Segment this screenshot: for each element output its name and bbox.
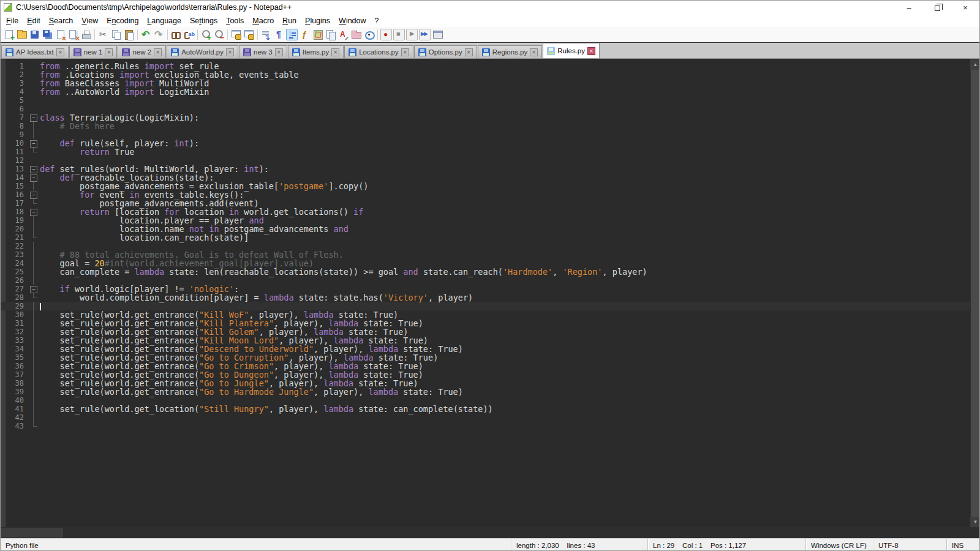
tab-close-icon[interactable]: × — [401, 48, 409, 56]
macro-save-icon[interactable] — [432, 29, 443, 40]
status-eol-format[interactable]: Windows (CR LF) — [805, 539, 873, 551]
tab-close-icon[interactable]: × — [226, 48, 234, 56]
paste-icon[interactable] — [123, 29, 135, 40]
status-encoding[interactable]: UTF-8 — [873, 539, 946, 551]
menu-item-[interactable]: ? — [371, 15, 383, 26]
fold-guide — [28, 362, 40, 370]
sync-horizontal-icon[interactable] — [243, 29, 255, 40]
close-button[interactable]: × — [951, 1, 979, 14]
zoom-out-icon[interactable] — [213, 29, 225, 40]
word-wrap-icon[interactable] — [260, 29, 272, 40]
fold-guide — [28, 216, 40, 225]
tab-close-icon[interactable]: × — [154, 48, 162, 56]
fold-collapse-icon[interactable] — [28, 173, 40, 182]
tab-options-py[interactable]: Options.py× — [414, 45, 477, 58]
fold-collapse-icon[interactable] — [28, 113, 40, 122]
indent-guide-icon[interactable] — [286, 29, 298, 40]
redo-icon[interactable] — [153, 29, 165, 40]
tab-close-icon[interactable]: × — [465, 48, 473, 56]
menu-item-macro[interactable]: Macro — [248, 15, 278, 26]
new-file-icon[interactable] — [3, 29, 15, 40]
function-completion-icon[interactable] — [337, 29, 349, 40]
vertical-scrollbar[interactable]: ▲ ▼ — [970, 59, 980, 527]
vertical-scroll-thumb[interactable] — [971, 70, 980, 517]
line-number: 12 — [1, 156, 28, 165]
tab-new-2[interactable]: new 2× — [118, 45, 166, 58]
macro-stop-icon[interactable] — [393, 29, 405, 40]
tab-items-py[interactable]: Items.py× — [288, 45, 344, 58]
menu-item-tools[interactable]: Tools — [222, 15, 248, 26]
menu-item-encoding[interactable]: Encoding — [102, 15, 143, 26]
document-list-icon[interactable] — [325, 29, 336, 40]
macro-play-icon[interactable] — [406, 29, 418, 40]
fold-guide — [28, 268, 40, 276]
close-all-icon[interactable] — [67, 29, 79, 40]
zoom-in-icon[interactable] — [200, 29, 212, 40]
tab-regions-py[interactable]: Regions.py× — [478, 45, 543, 58]
tab-new-1[interactable]: new 1× — [69, 45, 118, 58]
open-folder-icon[interactable] — [16, 29, 28, 40]
scroll-up-arrow[interactable]: ▲ — [970, 59, 980, 70]
fold-collapse-icon[interactable] — [28, 285, 40, 293]
line-number: 16 — [1, 190, 28, 199]
tab-close-icon[interactable]: × — [331, 48, 339, 56]
copy-icon[interactable] — [110, 29, 122, 40]
folder-as-workspace-icon[interactable] — [350, 29, 362, 40]
scroll-down-arrow[interactable]: ▼ — [970, 517, 980, 527]
menu-item-settings[interactable]: Settings — [186, 15, 222, 26]
unsaved-file-icon — [243, 48, 251, 56]
sync-vertical-icon[interactable] — [230, 29, 242, 40]
replace-icon[interactable] — [183, 29, 195, 40]
find-icon[interactable] — [170, 29, 182, 40]
menu-item-plugins[interactable]: Plugins — [301, 15, 334, 26]
tab-autoworld-py[interactable]: AutoWorld.py× — [167, 45, 238, 58]
code-text: can_complete = lambda state: len(reachab… — [40, 268, 647, 276]
status-insert-mode[interactable]: INS — [946, 539, 979, 551]
tab-close-icon[interactable]: × — [56, 48, 64, 56]
menu-item-file[interactable]: File — [2, 15, 23, 26]
save-icon[interactable] — [29, 29, 40, 40]
fold-collapse-icon[interactable] — [28, 165, 40, 173]
code-text: set_rule(world.get_entrance("Kill Golem"… — [40, 328, 409, 336]
fold-collapse-icon[interactable] — [28, 139, 40, 148]
print-icon[interactable] — [80, 29, 92, 40]
menu-item-search[interactable]: Search — [45, 15, 78, 26]
function-list-icon[interactable] — [299, 29, 311, 40]
tab-locations-py[interactable]: Locations.py× — [344, 45, 413, 58]
fold-collapse-icon[interactable] — [28, 190, 40, 199]
saved-file-icon — [171, 48, 179, 56]
tab-close-icon[interactable]: × — [530, 48, 538, 56]
code-line: 40 — [1, 396, 970, 405]
horizontal-scrollbar[interactable] — [1, 527, 970, 538]
menu-item-view[interactable]: View — [77, 15, 102, 26]
menu-item-edit[interactable]: Edit — [23, 15, 45, 26]
tab-label: new 3 — [254, 48, 273, 56]
menu-item-window[interactable]: Window — [334, 15, 370, 26]
tab-close-icon[interactable]: × — [105, 48, 113, 56]
minimize-button[interactable]: – — [895, 1, 923, 14]
code-line: 42 — [1, 413, 970, 422]
menu-item-run[interactable]: Run — [278, 15, 301, 26]
undo-icon[interactable] — [140, 29, 152, 40]
macro-run-multiple-icon[interactable] — [419, 29, 431, 40]
restore-button[interactable] — [923, 1, 951, 14]
code-editor[interactable]: 1from ..generic.Rules import set_rule2fr… — [1, 59, 980, 527]
tab-close-icon[interactable]: × — [275, 48, 283, 56]
code-line: 30 set_rule(world.get_entrance("Kill WoF… — [1, 310, 970, 319]
menu-item-language[interactable]: Language — [143, 15, 186, 26]
tab-close-icon[interactable]: × — [587, 47, 595, 55]
show-all-characters-icon[interactable] — [273, 29, 285, 40]
document-map-icon[interactable] — [312, 29, 323, 40]
close-doc-icon[interactable] — [55, 29, 66, 40]
cut-icon[interactable] — [97, 29, 109, 40]
monitor-icon[interactable] — [363, 29, 375, 40]
fold-collapse-icon[interactable] — [28, 208, 40, 216]
toolbar-separator — [137, 29, 138, 40]
macro-record-icon[interactable] — [380, 29, 392, 40]
tab-new-3[interactable]: new 3× — [239, 45, 287, 58]
horizontal-scroll-thumb[interactable] — [1, 528, 63, 538]
tab-rules-py[interactable]: Rules.py× — [543, 43, 600, 58]
tab-ap-ideas-txt[interactable]: AP Ideas.txt× — [1, 45, 69, 58]
save-all-icon[interactable] — [42, 29, 53, 40]
fold-guide — [28, 259, 40, 268]
